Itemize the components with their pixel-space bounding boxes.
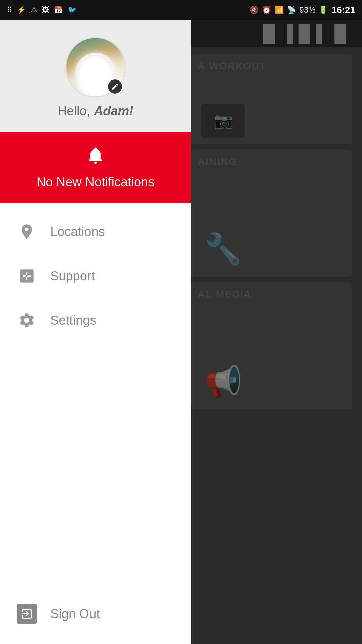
status-left-icons: ⠿ ⚡ ⚠ 🖼 📅 🐦 <box>7 6 77 14</box>
pencil-icon <box>111 83 119 91</box>
signal-icon: 📡 <box>287 6 296 14</box>
status-right-icons: 🔇 ⏰ 📶 📡 93% 🔋 16:21 <box>250 5 355 15</box>
twitter-icon: 🐦 <box>68 6 77 14</box>
battery-percent: 93% <box>299 5 315 15</box>
profile-section: Hello, Adam! <box>0 20 191 132</box>
edit-avatar-button[interactable] <box>107 78 123 95</box>
warning-icon: ⚠ <box>31 6 37 14</box>
drawer-overlay[interactable] <box>191 0 362 644</box>
greeting-text: Hello, Adam! <box>58 104 133 118</box>
wifi-icon: 📶 <box>275 6 284 14</box>
menu-dots-icon: ⠿ <box>7 6 12 14</box>
location-icon <box>17 222 37 242</box>
signout-section[interactable]: Sign Out <box>0 594 191 644</box>
notification-banner[interactable]: No New Notifications <box>0 132 191 203</box>
navigation-drawer: Hello, Adam! No New Notifications Locati… <box>0 20 191 644</box>
support-icon <box>17 266 37 286</box>
menu-item-locations[interactable]: Locations <box>0 210 191 254</box>
battery-icon: 🔋 <box>319 6 328 14</box>
notification-text: No New Notifications <box>37 175 155 190</box>
settings-icon <box>17 310 37 330</box>
avatar-wrapper[interactable] <box>65 37 126 97</box>
silent-icon: 🔇 <box>250 6 259 14</box>
calendar-icon: 📅 <box>54 6 63 14</box>
support-label: Support <box>50 269 95 283</box>
status-bar: ⠿ ⚡ ⚠ 🖼 📅 🐦 🔇 ⏰ 📶 📡 93% 🔋 16:21 <box>0 0 362 20</box>
menu-item-support[interactable]: Support <box>0 254 191 298</box>
image-icon: 🖼 <box>42 6 49 14</box>
clock: 16:21 <box>331 5 355 15</box>
alarm-icon: ⏰ <box>262 6 271 14</box>
settings-label: Settings <box>50 313 96 328</box>
menu-section: Locations Support Settings <box>0 203 191 594</box>
bell-icon <box>85 145 106 170</box>
signout-label: Sign Out <box>50 607 100 621</box>
user-name: Adam! <box>94 104 133 118</box>
menu-item-settings[interactable]: Settings <box>0 298 191 342</box>
locations-label: Locations <box>50 225 105 239</box>
signout-icon <box>17 604 37 624</box>
usb-icon: ⚡ <box>17 6 26 14</box>
